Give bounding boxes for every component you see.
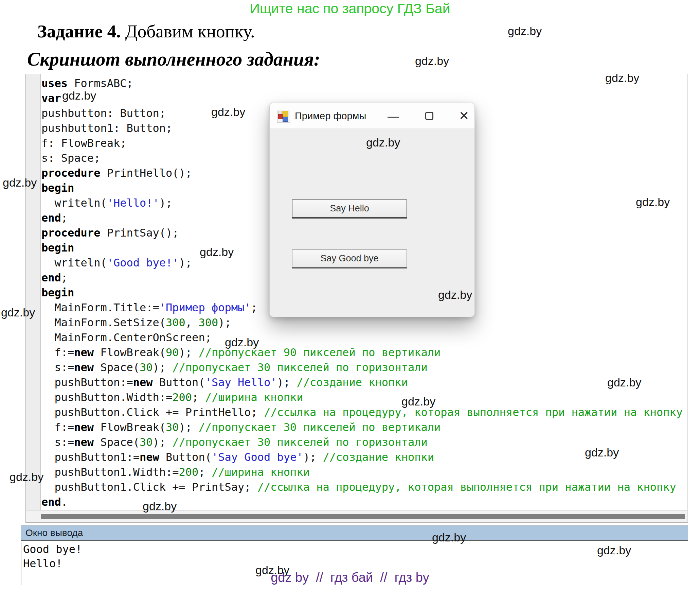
promo-banner: Ищите нас по запросу ГДЗ Бай [0,1,700,17]
gdz-watermark: gdz.by [225,336,259,349]
code-line: MainForm.CenterOnScreen; [41,330,683,345]
gdz-watermark: gdz.by [401,395,435,408]
gdz-watermark: gdz.by [607,376,641,389]
say-hello-button[interactable]: Say Hello [292,200,407,219]
gdz-watermark: gdz.by [143,500,177,513]
maximize-icon [425,112,433,120]
task-number: Задание 4. [37,21,121,41]
form-titlebar[interactable]: Пример формы — ✕ [270,103,474,129]
minimize-icon: — [388,109,399,123]
horizontal-scrollbar[interactable] [26,510,687,522]
gdz-watermark: gdz.by [415,54,449,68]
scrollbar-thumb[interactable] [41,514,685,519]
gdz-watermark: gdz.by [10,470,43,484]
form-window-title: Пример формы [295,110,366,122]
form-window: Пример формы — ✕ Say Hello Say Good bye [269,103,475,317]
code-line: f:=new FlowBreak(30); //пропускает 30 пи… [41,420,683,435]
gdz-watermark: gdz.by [3,176,37,189]
code-line: s:=new Space(30); //пропускает 30 пиксел… [41,360,683,375]
close-icon: ✕ [459,109,469,123]
code-line: f:=new FlowBreak(90); //пропускает 90 пи… [41,345,683,360]
say-goodbye-button[interactable]: Say Good bye [292,249,407,268]
footer-watermark-line: gdz by // гдз бай // гдз by [0,570,700,585]
code-line: pushButton1.Click += PrintSay; //ссылка … [41,480,683,495]
code-line: end. [41,495,683,509]
gdz-watermark: gdz.by [597,544,631,557]
gdz-watermark: gdz.by [211,105,245,119]
output-window-title: Окно вывода [25,527,83,538]
output-line: Good bye! [23,542,688,556]
task-name: Добавим кнопку. [121,21,255,41]
gdz-watermark: gdz.by [1,306,35,319]
code-line: pushButton.Width:=200; //ширина кнопки [41,390,683,405]
form-app-icon [277,110,290,123]
output-line: Hello! [23,556,688,571]
task-title: Задание 4. Добавим кнопку. [37,21,255,41]
gdz-watermark: gdz.by [200,245,234,259]
code-line: pushButton1.Width:=200; //ширина кнопки [41,465,683,480]
gdz-watermark: gdz.by [366,136,400,149]
gdz-watermark: gdz.by [636,195,670,209]
code-line: pushButton.Click += PrintHello; //ссылка… [41,405,683,420]
code-line: MainForm.SetSize(300, 300); [41,315,683,330]
minimize-button[interactable]: — [385,108,401,124]
gdz-watermark: gdz.by [62,89,96,102]
gdz-watermark: gdz.by [605,71,639,85]
screenshot-subtitle: Скриншот выполненного задания: [27,48,320,70]
maximize-button[interactable] [421,108,437,124]
close-button[interactable]: ✕ [456,108,472,124]
gdz-watermark: gdz.by [438,288,472,301]
code-line: pushButton:=new Button('Say Hello'); //с… [41,375,683,390]
gdz-watermark: gdz.by [432,531,466,544]
output-window-header: Окно вывода [21,525,688,541]
gdz-watermark: gdz.by [508,24,542,38]
editor-gutter [26,74,41,510]
code-line: uses FormsABC; [41,76,683,91]
gdz-watermark: gdz.by [585,446,619,459]
